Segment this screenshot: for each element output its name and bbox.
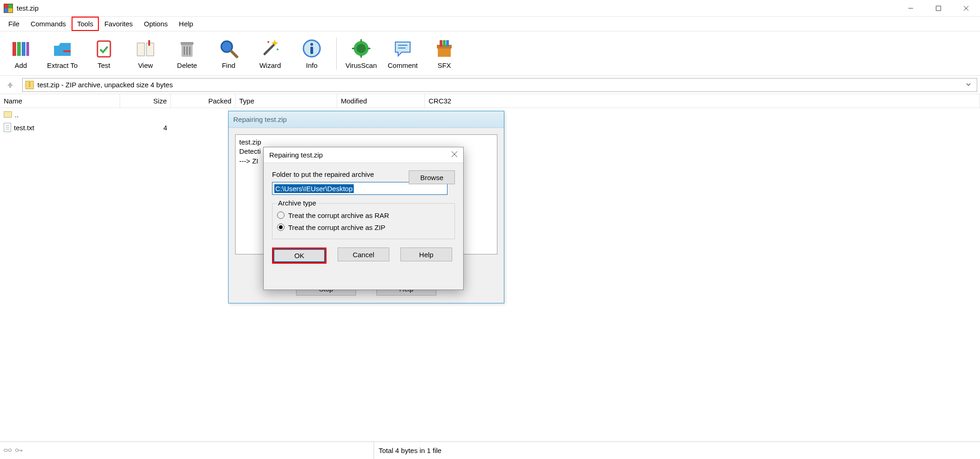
svg-rect-36 xyxy=(443,40,446,47)
comment-icon xyxy=(392,37,414,60)
repair-help-button[interactable]: Help xyxy=(400,248,452,261)
svg-rect-9 xyxy=(97,41,110,57)
key-status-icon xyxy=(15,447,23,454)
svg-rect-7 xyxy=(26,42,29,56)
svg-rect-5 xyxy=(17,42,21,56)
toolbar-view[interactable]: View xyxy=(125,31,166,76)
toolbar-sfx-label: SFX xyxy=(437,61,451,69)
address-bar: test.zip - ZIP archive, unpacked size 4 … xyxy=(0,76,980,94)
svg-point-20 xyxy=(277,48,278,50)
lock-status-icon xyxy=(4,447,12,454)
window-title: test.zip xyxy=(17,4,39,12)
svg-rect-4 xyxy=(12,42,16,56)
radio-rar-label: Treat the corrupt archive as RAR xyxy=(288,211,389,219)
toolbar-comment[interactable]: Comment xyxy=(382,31,423,76)
repair-dialog-title: Repairing test.zip xyxy=(269,151,323,159)
toolbar-view-label: View xyxy=(138,61,153,69)
ok-button[interactable]: OK xyxy=(273,249,325,262)
svg-line-17 xyxy=(231,51,237,57)
minimize-button[interactable] xyxy=(897,0,925,17)
toolbar-sfx[interactable]: SFX xyxy=(423,31,465,76)
toolbar-virusscan[interactable]: VirusScan xyxy=(340,31,382,76)
column-crc[interactable]: CRC32 xyxy=(425,94,980,108)
zip-archive-icon xyxy=(25,81,34,89)
menu-favorites[interactable]: Favorites xyxy=(99,17,139,31)
radio-zip-label: Treat the corrupt archive as ZIP xyxy=(288,223,385,231)
up-button[interactable] xyxy=(3,78,18,92)
browse-button[interactable]: Browse xyxy=(409,170,455,184)
file-name: test.txt xyxy=(14,124,34,132)
close-button[interactable] xyxy=(952,0,980,17)
toolbar-wizard[interactable]: Wizard xyxy=(249,31,291,76)
archive-type-group: Archive type Treat the corrupt archive a… xyxy=(272,203,455,239)
text-file-icon xyxy=(4,123,11,132)
svg-rect-35 xyxy=(440,40,442,47)
address-dropdown-icon[interactable] xyxy=(963,81,974,89)
toolbar-wizard-label: Wizard xyxy=(260,61,281,69)
svg-point-23 xyxy=(310,43,313,46)
svg-rect-37 xyxy=(446,40,449,47)
repair-path-value: C:\Users\IEUser\Desktop xyxy=(274,184,354,193)
radio-treat-as-rar[interactable]: Treat the corrupt archive as RAR xyxy=(277,209,450,221)
status-total: Total 4 bytes in 1 file xyxy=(374,447,980,454)
toolbar-extract[interactable]: Extract To xyxy=(42,31,83,76)
toolbar-find[interactable]: Find xyxy=(208,31,249,76)
svg-point-26 xyxy=(357,44,366,53)
menu-file[interactable]: File xyxy=(3,17,25,31)
toolbar-info[interactable]: Info xyxy=(291,31,333,76)
toolbar-info-label: Info xyxy=(306,61,317,69)
svg-line-18 xyxy=(265,44,275,54)
sfx-box-icon xyxy=(433,37,455,60)
column-modified[interactable]: Modified xyxy=(337,94,425,108)
wand-icon xyxy=(259,37,281,60)
svg-point-40 xyxy=(16,449,18,452)
column-type[interactable]: Type xyxy=(236,94,337,108)
column-packed[interactable]: Packed xyxy=(171,94,236,108)
file-list-header: Name Size Packed Type Modified CRC32 xyxy=(0,94,980,108)
winrar-app-icon xyxy=(4,4,13,13)
address-field[interactable]: test.zip - ZIP archive, unpacked size 4 … xyxy=(22,78,977,92)
svg-rect-33 xyxy=(438,48,451,57)
toolbar-extract-label: Extract To xyxy=(47,61,78,69)
info-icon xyxy=(301,37,323,60)
toolbar-add[interactable]: Add xyxy=(0,31,42,76)
progress-dialog-title: Repairing test.zip xyxy=(229,111,504,128)
file-name: .. xyxy=(15,111,18,119)
clipboard-check-icon xyxy=(93,37,115,60)
trash-icon xyxy=(176,37,198,60)
radio-treat-as-zip[interactable]: Treat the corrupt archive as ZIP xyxy=(277,221,450,233)
svg-rect-1 xyxy=(936,6,941,11)
folder-up-icon xyxy=(4,111,12,118)
status-bar: Total 4 bytes in 1 file xyxy=(0,441,980,459)
toolbar-divider xyxy=(336,37,337,70)
menu-options[interactable]: Options xyxy=(139,17,174,31)
svg-rect-12 xyxy=(181,42,194,45)
toolbar-test[interactable]: Test xyxy=(83,31,125,76)
window-titlebar: test.zip xyxy=(0,0,980,17)
ok-button-highlight: OK xyxy=(272,248,327,264)
folder-extract-icon xyxy=(51,37,73,60)
toolbar-find-label: Find xyxy=(222,61,235,69)
svg-rect-8 xyxy=(63,50,71,52)
address-text: test.zip - ZIP archive, unpacked size 4 … xyxy=(37,81,173,89)
book-open-icon xyxy=(134,37,157,60)
toolbar-delete[interactable]: Delete xyxy=(166,31,208,76)
svg-rect-10 xyxy=(148,40,150,46)
cancel-button[interactable]: Cancel xyxy=(338,248,389,261)
menu-tools[interactable]: Tools xyxy=(72,17,99,31)
svg-rect-38 xyxy=(4,449,8,452)
menu-commands[interactable]: Commands xyxy=(25,17,72,31)
toolbar-test-label: Test xyxy=(97,61,110,69)
toolbar-comment-label: Comment xyxy=(387,61,417,69)
file-size: 4 xyxy=(120,124,171,132)
toolbar-delete-label: Delete xyxy=(177,61,197,69)
svg-point-21 xyxy=(267,41,269,43)
column-name[interactable]: Name xyxy=(0,94,120,108)
menu-help[interactable]: Help xyxy=(173,17,199,31)
repair-dialog-close-button[interactable] xyxy=(451,151,458,159)
magnifier-icon xyxy=(218,37,240,60)
books-add-icon xyxy=(10,37,32,60)
column-size[interactable]: Size xyxy=(120,94,171,108)
virus-scan-icon xyxy=(350,37,372,60)
maximize-button[interactable] xyxy=(925,0,952,17)
